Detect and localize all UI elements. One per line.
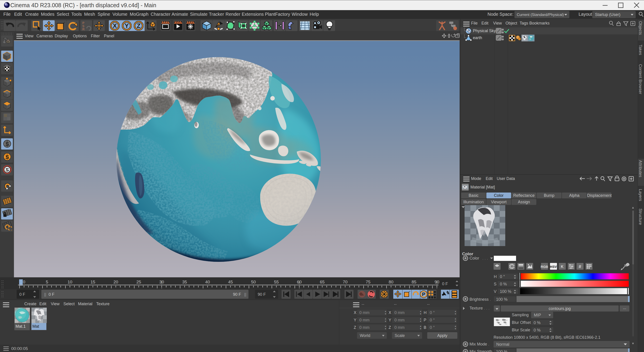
svg-text:25: 25 <box>136 280 141 284</box>
svg-text:65: 65 <box>320 280 324 284</box>
svg-text:RGB: RGB <box>540 265 548 268</box>
svg-text:15: 15 <box>90 280 95 284</box>
svg-text:20: 20 <box>113 280 118 284</box>
svg-text:X: X <box>113 22 117 29</box>
svg-text:80: 80 <box>388 280 393 284</box>
svg-text:90 F: 90 F <box>258 292 266 297</box>
svg-text:45: 45 <box>228 280 233 284</box>
svg-text:HSV: HSV <box>550 265 557 268</box>
svg-text:90 F: 90 F <box>233 292 241 297</box>
svg-text:Y: Y <box>124 22 128 29</box>
svg-text:0 F: 0 F <box>442 282 448 286</box>
svg-text:R: R <box>82 28 84 30</box>
svg-text:||: || <box>44 292 46 297</box>
svg-text:0 F: 0 F <box>48 292 54 297</box>
svg-text:S: S <box>6 141 9 147</box>
svg-text:0 F: 0 F <box>19 292 25 297</box>
svg-text:55: 55 <box>274 280 278 284</box>
svg-text:0: 0 <box>23 280 26 284</box>
svg-text:10: 10 <box>68 280 72 284</box>
svg-text:#: # <box>578 264 581 269</box>
svg-text:40: 40 <box>205 280 210 284</box>
svg-text:5: 5 <box>46 280 48 284</box>
svg-text:Z: Z <box>137 22 140 29</box>
svg-text:S: S <box>6 167 9 172</box>
svg-text:35: 35 <box>182 280 187 284</box>
svg-text:||: || <box>244 292 246 297</box>
svg-text:85: 85 <box>412 280 416 284</box>
svg-text:K: K <box>561 265 564 268</box>
svg-text:75: 75 <box>366 280 370 284</box>
svg-text:S: S <box>6 154 9 160</box>
svg-text:50: 50 <box>251 280 256 284</box>
svg-text:70: 70 <box>343 280 348 284</box>
svg-text:P: P <box>422 292 426 297</box>
